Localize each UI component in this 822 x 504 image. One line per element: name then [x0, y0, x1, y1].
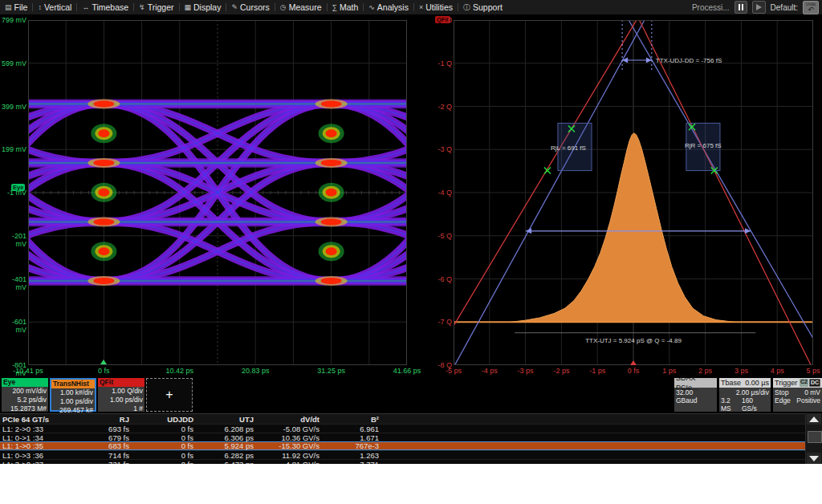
menu-item-trigger[interactable]: ↯Trigger [134, 0, 178, 14]
trace-descriptor-eye[interactable]: Eye200 mV/div5.2 ps/div15.2873 M# [2, 378, 48, 412]
scroll-down-button[interactable] [807, 453, 821, 464]
table-cell: 731 fs [91, 460, 129, 465]
table-cell: 0 fs [129, 451, 193, 460]
table-row-name: L1: 1->0 :35 [0, 441, 91, 450]
menu-item-display[interactable]: ▦Display [180, 0, 226, 14]
qfit-axis-tick-label: -3 Q [425, 145, 452, 153]
trigger-icon: ↯ [139, 0, 145, 14]
trace-descriptor-qfit[interactable]: QFit1.00 Q/div1.00 ps/div1 # [98, 378, 144, 412]
table-row[interactable]: L1: 0->3 :36714 fs0 fs6.282 ps11.92 GV/s… [0, 450, 822, 459]
qfit-axis-tick-label: 1 ps [662, 367, 676, 375]
table-cell: 11.92 GV/s [254, 451, 319, 460]
table-row[interactable]: L1: 0->1 :34679 fs0 fs6.306 ps10.36 GV/s… [0, 433, 822, 441]
trace-setting: 1.00 ps/div [51, 397, 95, 406]
menu-item-measure[interactable]: ◷Measure [275, 0, 327, 14]
table-cell: 6.306 ps [193, 433, 254, 442]
table-cell: -15.30 GV/s [254, 441, 319, 450]
pause-button[interactable] [735, 1, 747, 14]
menu-item-label: Math [340, 0, 358, 14]
menu-item-math[interactable]: ∑Math [328, 0, 364, 14]
trace-name: Eye [2, 378, 48, 387]
qfit-histogram-canvas[interactable] [454, 20, 813, 365]
qfit-axis-tick-label: -5 Q [425, 232, 452, 240]
eye-diagram-canvas[interactable] [28, 20, 407, 365]
table-column-header: UDJDD [129, 415, 193, 424]
trigger-mode: Stop [775, 388, 789, 396]
qfit-axis-tick-label: 5 ps [806, 367, 820, 375]
table-cell: 679 fs [91, 433, 129, 442]
menu-item-label: Cursors [240, 0, 270, 14]
scroll-up-icon [809, 417, 819, 422]
timebase-title: Tbase [721, 378, 741, 388]
table-cell: -4.81 GV/s [254, 460, 319, 465]
support-icon: ⓘ [463, 0, 470, 14]
menu-item-cursors[interactable]: ✎Cursors [226, 0, 274, 14]
table-column-header: dV/dt [254, 415, 319, 424]
trace-setting: 1 # [98, 404, 144, 413]
table-cell: 767e-3 [319, 441, 379, 450]
descriptor-strip: Eye200 mV/div5.2 ps/div15.2873 M#TransNH… [0, 377, 822, 413]
table-scrollbar[interactable] [805, 413, 822, 464]
display-icon: ▦ [185, 0, 192, 14]
eye-axis-tick-label: 0 fs [98, 367, 110, 375]
trace-name: TransNHist [51, 380, 95, 388]
table-row[interactable]: L1: 1->0 :35683 fs0 fs5.924 ps-15.30 GV/… [0, 441, 822, 450]
eye-axis-tick-label: -10.41 ps [13, 367, 43, 375]
menu-item-timebase[interactable]: ↔Timebase [77, 0, 133, 14]
table-row[interactable]: L1: 3->0 :37731 fs0 fs6.473 ps-4.81 GV/s… [0, 459, 822, 464]
timebase-icon: ↔ [82, 0, 89, 14]
table-title: PCIe 64 GT/s [0, 415, 91, 424]
table-cell: 1.263 [319, 451, 379, 460]
play-icon [756, 4, 762, 10]
annotation-utj: TTX-UTJ = 5.924 pS @ Q = -4.89 [585, 337, 682, 344]
trigger-coupling-badge: DC [809, 379, 820, 387]
table-column-header: UTJ [193, 415, 254, 424]
menu-item-label: Measure [289, 0, 322, 14]
annotation-rjl: RjL = 691 fS [551, 144, 586, 152]
trigger-slope: Positive [796, 396, 820, 404]
qfit-axis-tick-label: -1 ps [589, 367, 605, 375]
qfit-axis-tick-label: -7 Q [425, 318, 452, 326]
trigger-time-marker[interactable] [100, 360, 107, 364]
menu-item-analysis[interactable]: ∿Analysis [364, 0, 413, 14]
histogram-trigger-marker[interactable] [630, 360, 637, 365]
undo-button[interactable]: Undo↶ [803, 1, 819, 14]
eye-axis-tick-label: 399 mV [0, 103, 26, 111]
eye-axis-tick-label: 10.42 ps [166, 367, 194, 375]
scroll-thumb[interactable] [808, 431, 822, 443]
qfit-axis-tick-label: 0 fs [628, 367, 640, 375]
trigger-descriptor[interactable]: Trigger C2 DC Stop 0 mV Edge Positive [773, 378, 822, 412]
eye-axis-tick-label: -601 mV [0, 318, 26, 334]
math-icon: ∑ [332, 0, 337, 14]
table-cell: 0 fs [129, 433, 193, 442]
table-cell: 683 fs [91, 441, 129, 450]
scroll-up-button[interactable] [807, 413, 821, 425]
qfit-histogram-plot[interactable]: QFit 0-1 Q-2 Q-3 Q-4 Q-5 Q-6 Q-7 Q-8 Q-5… [425, 14, 822, 377]
qfit-axis-tick-label: -2 Q [425, 103, 452, 111]
eye-diagram-plot[interactable]: Eye 799 mV599 mV399 mV199 mV-1 mV-201 mV… [0, 14, 425, 377]
trigger-title: Trigger [775, 378, 797, 388]
add-trace-label: + [165, 388, 173, 402]
menu-item-label: File [14, 0, 28, 14]
sdax-descriptor[interactable]: SDAX PCIe... 32.00 GBaud [674, 378, 717, 412]
scroll-down-icon [809, 456, 819, 461]
timebase-descriptor[interactable]: Tbase 0.00 µs 2.00 µs/div 3.2 MS 160 GS/… [719, 378, 771, 412]
table-cell: 7.771 [319, 460, 379, 465]
qfit-axis-tick-label: -6 Q [425, 275, 452, 283]
eye-axis-tick-label: -1 mV [0, 189, 26, 197]
table-cell: 0 fs [129, 425, 193, 433]
add-trace-button[interactable]: + [146, 378, 193, 412]
play-button[interactable] [752, 1, 766, 14]
table-row[interactable]: L1: 2->0 :33693 fs0 fs6.208 ps-5.08 GV/s… [0, 424, 822, 433]
menu-item-file[interactable]: ▤File [0, 0, 32, 14]
trace-name: QFit [98, 378, 144, 387]
eye-axis-tick-label: -201 mV [0, 232, 26, 248]
trace-descriptor-transnhist[interactable]: TransNHist1.00 k#/div1.00 ps/div269.457 … [50, 378, 96, 412]
eye-axis-tick-label: 20.83 ps [242, 367, 270, 375]
table-header-row: PCIe 64 GT/sRJUDJDDUTJdV/dtB² [0, 413, 822, 424]
menu-item-vertical[interactable]: ↕Vertical [33, 0, 76, 14]
menu-item-utilities[interactable]: ×Utilities [414, 0, 458, 14]
table-row-name: L1: 2->0 :33 [0, 425, 91, 433]
menu-item-support[interactable]: ⓘSupport [458, 0, 507, 14]
menu-bar: ▤File↕Vertical↔Timebase↯Trigger▦Display✎… [0, 0, 822, 15]
